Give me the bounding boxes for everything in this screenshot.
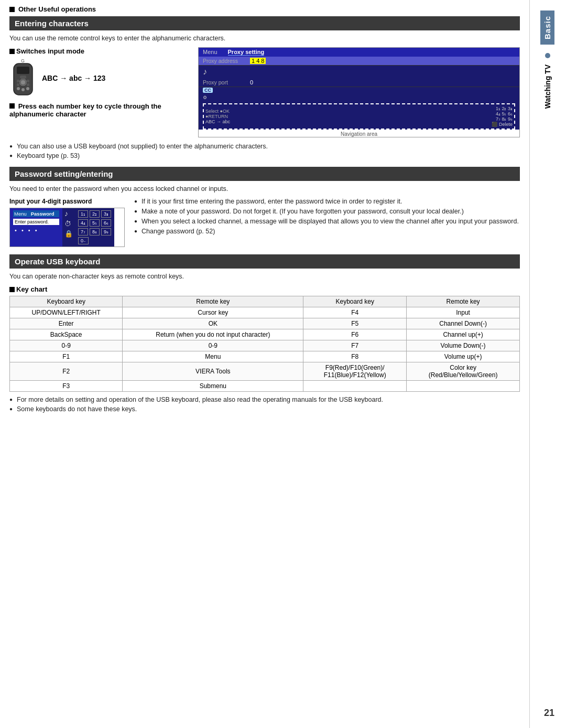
entering-characters-title: Entering characters	[15, 19, 89, 28]
black-square-icon-4	[9, 287, 15, 292]
kbd-09-1: 0-9	[10, 340, 123, 351]
abc-abc-label: ABC → abc	[205, 119, 230, 124]
left-info: Switches input mode G	[9, 47, 188, 118]
key-chart-thead: Keyboard key Remote key Keyboard key Rem…	[10, 296, 520, 307]
table-row: UP/DOWN/LEFT/RIGHT Cursor key F4 Input	[10, 307, 520, 318]
col-header-remote-2: Remote key	[407, 296, 520, 307]
svg-point-3	[21, 80, 25, 84]
sidebar-watching-label: Watching TV	[543, 65, 552, 109]
sidebar-dot	[545, 53, 550, 58]
proxy-port-label: Proxy port	[203, 79, 250, 85]
proxy-address-row: Proxy address 1 4 8	[199, 57, 519, 66]
password-right: If it is your first time entering the pa…	[134, 198, 520, 238]
num-6: 6₆	[101, 219, 111, 227]
kbd-f2: F2	[10, 362, 123, 381]
rem-1: Cursor key	[123, 307, 303, 318]
sidebar: Basic Watching TV	[529, 0, 565, 728]
kbd-7: F6	[303, 329, 407, 340]
entering-characters-header: Entering characters	[9, 16, 520, 30]
note-icon: ♪	[203, 67, 207, 77]
svg-rect-11	[27, 83, 29, 86]
num-9: 9₉	[101, 228, 111, 235]
entering-characters-intro: You can use the remote control keys to e…	[9, 35, 520, 42]
proxy-address-value: 1 4 8	[250, 58, 266, 64]
password-section: Password setting/entering You need to en…	[9, 167, 520, 247]
sidebar-basic-label: Basic	[540, 10, 554, 45]
key-chart-tbody: UP/DOWN/LEFT/RIGHT Cursor key F4 Input E…	[10, 307, 520, 392]
usb-title: Operate USB keyboard	[15, 257, 100, 266]
num-3: 3₃	[101, 210, 111, 218]
key-chart-header-row: Keyboard key Remote key Keyboard key Rem…	[10, 296, 520, 307]
svg-point-6	[26, 87, 29, 90]
entering-bullet-1: You can also use a USB keyboard (not sup…	[9, 143, 520, 150]
rem-f3: Submenu	[123, 381, 303, 392]
cc-badge: CC	[203, 88, 213, 93]
settings-icon-row: ⚙	[199, 93, 519, 102]
kbd-f3: F3	[10, 381, 123, 392]
lock-icon: 🔒	[64, 230, 73, 238]
svg-rect-1	[17, 67, 29, 74]
screen-display: Menu Proxy setting Proxy address 1 4 8 ♪	[199, 48, 519, 130]
input-area-box: Select ●OK ●RETURN ABC → abc 1₁ 2₂ 3₃ 4₄…	[203, 103, 515, 130]
note-icon-2: ♪	[64, 209, 73, 218]
kbd-1: UP/DOWN/LEFT/RIGHT	[10, 307, 123, 318]
rem-3: Return (when you do not input character)	[123, 329, 303, 340]
clock-icon: ⏱	[64, 220, 73, 228]
numpad-row-1: 1₁ 2₂ 3₃	[78, 210, 111, 218]
password-dots: • • • •	[13, 226, 59, 234]
kbd-empty	[303, 381, 407, 392]
key-chart-title: Key chart	[9, 285, 520, 293]
other-useful-text: Other Useful operations	[18, 5, 96, 13]
rem-5: Input	[407, 307, 520, 318]
password-screen: Menu Password Enter password. • • • • ♪ …	[9, 208, 125, 247]
usb-intro: You can operate non-character keys as re…	[9, 273, 520, 280]
numpad-col: 1₁ 2₂ 3₃ 4₄ 5₅ 6₆ 7₇ 8₈	[75, 208, 114, 247]
pass-bullet-4: Change password (p. 52)	[134, 228, 520, 235]
rem-empty	[407, 381, 520, 392]
svg-rect-9	[27, 80, 29, 82]
numpad-label-4: ⬛ Delete	[492, 122, 513, 127]
rem-f1: Menu	[123, 351, 303, 362]
page-number: 21	[544, 708, 554, 719]
black-square-icon-3	[9, 103, 15, 109]
num-8: 8₈	[90, 228, 100, 235]
numpad-row-4: 0₋	[78, 237, 111, 244]
usb-bullet-2: Some keyboards do not have these keys.	[9, 405, 520, 413]
svg-rect-7	[20, 76, 26, 79]
proxy-port-value: 0	[250, 79, 253, 85]
kbd-5: F4	[303, 307, 407, 318]
select-ok-label: Select ●OK	[205, 109, 230, 114]
screen-menu-bar: Menu Proxy setting	[199, 48, 519, 57]
pass-bullet-3: When you select a locked channel, a mess…	[134, 218, 520, 225]
press-number-block: Press each number key to cycle through t…	[9, 102, 188, 118]
enter-password-val: Enter password.	[13, 219, 59, 225]
input-area-right: 1₁ 2₂ 3₃ 4₄ 5₅ 6₆ 7₇ 8₈ 9₉ ⬛ Delete	[492, 106, 513, 127]
black-square-icon	[9, 7, 15, 12]
password-left: Input your 4-digit password Menu Passwor…	[9, 198, 125, 247]
table-row: F1 Menu F8 Volume up(+)	[10, 351, 520, 362]
digit-label: Input your 4-digit password	[9, 198, 125, 205]
input-area-left: Select ●OK ●RETURN ABC → abc	[205, 109, 230, 124]
page-wrapper: Other Useful operations Entering charact…	[0, 0, 566, 728]
pass-bullet-2: Make a note of your password. Do not for…	[134, 208, 520, 215]
remote-icon-area: G	[9, 58, 188, 98]
num-0: 0₋	[78, 237, 89, 244]
svg-point-5	[21, 88, 25, 91]
table-row: F2 VIERA Tools F9(Red)/F10(Green)/ F11(B…	[10, 362, 520, 381]
key-chart-table: Keyboard key Remote key Keyboard key Rem…	[9, 296, 520, 392]
entering-bullets: You can also use a USB keyboard (not sup…	[9, 143, 520, 159]
pass-bullets: If it is your first time entering the pa…	[134, 198, 520, 235]
switches-mode-title: Switches input mode	[9, 47, 188, 55]
password-menu-bar: Menu Password	[13, 210, 59, 217]
num-7: 7₇	[78, 228, 88, 235]
return-label: ●RETURN	[205, 114, 230, 119]
password-menu-label: Menu	[14, 211, 27, 217]
table-row: Enter OK F5 Channel Down(-)	[10, 318, 520, 329]
svg-rect-10	[17, 83, 19, 86]
rem-f8: Volume up(+)	[407, 351, 520, 362]
proxy-address-label: Proxy address	[203, 58, 250, 64]
proxy-setting-label: Proxy setting	[228, 49, 265, 56]
usb-header: Operate USB keyboard	[9, 254, 520, 269]
numpad-row-2: 4₄ 5₅ 6₆	[78, 219, 111, 227]
numpad-label-3: 7₇ 8₈ 9₉	[492, 116, 513, 122]
